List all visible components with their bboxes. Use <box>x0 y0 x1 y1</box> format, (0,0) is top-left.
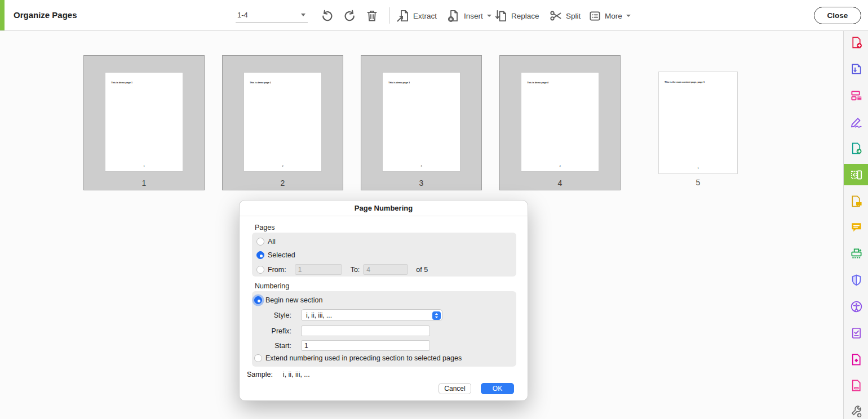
page-preview: This is demo page 4 4 <box>521 72 599 172</box>
more-label: More <box>605 12 622 20</box>
sidebar-item-export-pdf[interactable] <box>844 58 868 79</box>
extract-button[interactable]: Extract <box>396 7 437 25</box>
stepper-icon <box>432 311 441 320</box>
sidebar-item-create-pdf[interactable] <box>844 32 868 53</box>
page-title: Organize Pages <box>14 10 77 20</box>
sidebar-item-accessibility[interactable] <box>844 296 868 317</box>
scissors-icon <box>549 9 563 23</box>
prefix-label: Prefix: <box>254 327 291 335</box>
chevron-down-icon <box>487 15 491 17</box>
split-label: Split <box>566 12 581 20</box>
page-preview-number: 3 <box>383 164 460 167</box>
page-preview-number: 1 <box>105 164 183 167</box>
page-preview: This is demo page 3 3 <box>382 72 460 172</box>
radio-begin-new-section[interactable] <box>254 296 262 304</box>
scan-ocr-icon <box>850 247 863 260</box>
numbering-option-begin[interactable]: Begin new section <box>254 296 322 304</box>
page-preview: This is the main content page, page 1 1 <box>658 72 738 174</box>
sidebar-item-add-rich-media[interactable] <box>844 349 868 370</box>
radio-extend-numbering[interactable] <box>254 354 262 362</box>
organize-pages-screen: Organize Pages 1-4 Extract <box>0 0 868 419</box>
page-thumbnail-3[interactable]: This is demo page 3 3 3 <box>361 55 482 190</box>
comment-bubble-icon <box>850 221 863 234</box>
from-label: From: <box>268 266 286 274</box>
insert-button[interactable]: Insert <box>447 7 491 25</box>
extract-page-icon <box>396 9 410 23</box>
page-range-dropdown[interactable]: 1-4 <box>236 7 308 23</box>
page-preview: This is demo page 1 1 <box>105 72 183 172</box>
page-thumbnail-1[interactable]: This is demo page 1 1 1 <box>83 55 205 190</box>
page-signature-icon <box>850 195 863 208</box>
sidebar-item-fill-and-sign[interactable] <box>844 111 868 132</box>
sidebar-item-add-tools[interactable] <box>844 401 868 419</box>
rotate-left-button[interactable] <box>318 7 336 25</box>
pages-section-label: Pages <box>255 224 274 231</box>
page-thumbnail-5[interactable]: This is the main content page, page 1 1 … <box>637 55 759 190</box>
sidebar-item-protect[interactable] <box>844 269 868 291</box>
sidebar-item-comment[interactable] <box>844 216 868 238</box>
page-thumbnail-4[interactable]: This is demo page 4 4 4 <box>499 55 621 190</box>
accessibility-icon <box>850 300 863 313</box>
replace-button[interactable]: Replace <box>494 7 539 25</box>
rotate-right-button[interactable] <box>340 7 358 25</box>
sidebar-item-edit-pdf[interactable] <box>844 84 868 106</box>
prefix-input[interactable] <box>301 326 430 336</box>
sidebar-item-compress-pdf[interactable] <box>844 375 868 396</box>
delete-pages-button[interactable] <box>363 7 381 25</box>
prefix-row: Prefix: <box>254 326 430 336</box>
page-number-label: 3 <box>361 179 481 188</box>
more-button[interactable]: More <box>588 7 631 25</box>
ok-label: OK <box>493 385 502 393</box>
style-select[interactable]: i, ii, iii, ... <box>301 309 442 321</box>
sample-row: Sample: i, ii, iii, ... <box>247 371 310 378</box>
toolbar: Organize Pages 1-4 Extract <box>0 0 868 31</box>
page-diamond-icon <box>850 353 863 366</box>
ok-button[interactable]: OK <box>481 383 514 394</box>
page-preview-text: This is demo page 4 <box>527 81 548 84</box>
page-preview-number: 4 <box>521 164 599 167</box>
page-range-value: 1-4 <box>236 11 248 19</box>
sidebar-item-prepare-form[interactable] <box>844 322 868 344</box>
extract-label: Extract <box>413 12 437 20</box>
fill-sign-pen-icon <box>850 115 863 128</box>
replace-page-icon <box>494 9 508 23</box>
sidebar-item-organize-pages[interactable] <box>844 164 868 185</box>
numbering-groupbox: Begin new section Style: i, ii, iii, ...… <box>252 291 516 367</box>
sidebar-item-scan-and-ocr[interactable] <box>844 243 868 264</box>
cancel-button[interactable]: Cancel <box>439 383 471 394</box>
dialog-title: Page Numbering <box>240 200 528 216</box>
pages-groupbox: All Selected From: To: of 5 <box>252 233 516 277</box>
close-button[interactable]: Close <box>814 7 861 24</box>
to-input[interactable] <box>363 264 408 275</box>
split-button[interactable]: Split <box>549 7 581 25</box>
all-label: All <box>268 238 276 246</box>
start-input[interactable] <box>301 340 430 351</box>
accent-bar <box>0 0 5 30</box>
page-number-label: 2 <box>223 179 343 188</box>
insert-label: Insert <box>464 12 483 20</box>
trash-icon <box>365 9 379 23</box>
radio-from[interactable] <box>256 266 264 274</box>
pages-option-selected[interactable]: Selected <box>256 251 295 259</box>
radio-selected[interactable] <box>256 251 264 259</box>
page-number-label: 4 <box>500 179 620 188</box>
page-number-label: 5 <box>637 178 759 187</box>
numbering-option-extend[interactable]: Extend numbering used in preceding secti… <box>254 354 462 362</box>
pages-option-all[interactable]: All <box>256 238 276 246</box>
pages-option-from[interactable]: From: To: of 5 <box>256 264 428 275</box>
sidebar-item-send-for-review[interactable] <box>844 137 868 159</box>
of-total-label: of 5 <box>416 266 428 274</box>
export-pdf-icon <box>850 63 863 75</box>
page-preview-text: This is demo page 1 <box>111 81 132 84</box>
chevron-down-icon <box>301 14 305 16</box>
page-thumbnail-2[interactable]: This is demo page 2 2 2 <box>222 55 343 190</box>
wrench-plus-icon <box>850 405 863 418</box>
style-value: i, ii, iii, ... <box>302 311 332 319</box>
page-preview-number: 2 <box>244 164 321 167</box>
sidebar-item-request-e-signatures[interactable] <box>844 190 868 212</box>
radio-all[interactable] <box>256 238 264 246</box>
from-input[interactable] <box>295 264 342 275</box>
rotate-counterclockwise-icon <box>320 9 334 23</box>
create-pdf-icon <box>850 36 863 49</box>
numbering-section-label: Numbering <box>255 282 289 290</box>
